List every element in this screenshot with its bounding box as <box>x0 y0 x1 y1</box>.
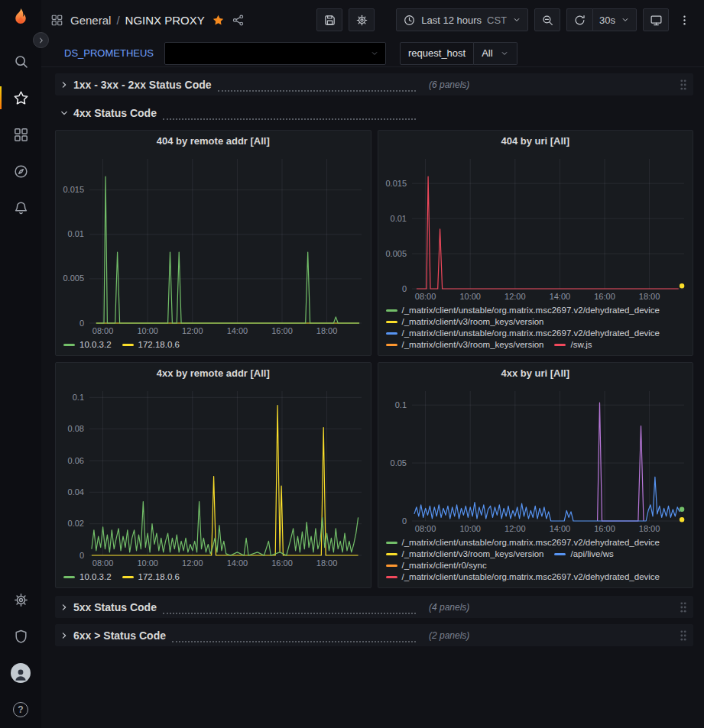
row-header-5xx[interactable]: 5xx Status Code (4 panels) <box>55 596 693 618</box>
svg-text:08:00: 08:00 <box>92 558 114 568</box>
refresh-button[interactable] <box>566 8 592 31</box>
svg-text:18:00: 18:00 <box>316 558 338 568</box>
row-header-4xx[interactable]: 4xx Status Code <box>55 102 693 124</box>
breadcrumb-section[interactable]: General <box>70 14 111 27</box>
series-color-swatch <box>386 332 397 335</box>
svg-text:18:00: 18:00 <box>638 292 660 301</box>
bell-icon <box>13 200 29 216</box>
svg-text:0.01: 0.01 <box>390 214 406 223</box>
dotted-leader <box>172 635 416 642</box>
row-header-1xx-3xx-2xx[interactable]: 1xx - 3xx - 2xx Status Code (6 panels) <box>55 73 693 95</box>
variable-select-ds-prometheus[interactable] <box>164 42 386 65</box>
legend-label: /_matrix/client/r0/sync <box>402 561 487 570</box>
share-icon[interactable] <box>232 14 245 27</box>
legend-label: /_matrix/client/unstable/org.matrix.msc2… <box>402 306 660 315</box>
svg-text:12:00: 12:00 <box>504 292 526 301</box>
dashboard-settings-button[interactable] <box>349 8 375 31</box>
sidebar-item-help[interactable]: ? <box>0 691 41 728</box>
tv-mode-button[interactable] <box>643 8 669 31</box>
legend-item[interactable]: /api/live/ws <box>554 549 613 558</box>
panels-grid: 404 by remote addr [All] 00.0050.010.015… <box>55 130 693 588</box>
sidebar-item-configuration[interactable] <box>0 581 41 618</box>
legend-item[interactable]: /_matrix/client/unstable/org.matrix.msc2… <box>386 538 660 547</box>
dotted-leader <box>163 112 416 120</box>
drag-handle-icon[interactable] <box>680 601 689 613</box>
svg-text:0: 0 <box>79 551 84 560</box>
chevron-down-icon <box>500 49 509 58</box>
sidebar-item-profile[interactable] <box>0 655 41 691</box>
legend-item[interactable]: 172.18.0.6 <box>122 340 180 349</box>
chart-canvas: 00.020.040.060.080.108:0010:0012:0014:00… <box>56 383 371 571</box>
sidebar-item-explore[interactable] <box>0 153 41 189</box>
dotted-leader <box>218 84 416 92</box>
time-series-chart[interactable]: 00.020.040.060.080.108:0010:0012:0014:00… <box>56 383 371 571</box>
chevron-right-icon <box>37 36 46 45</box>
avatar <box>11 663 31 683</box>
svg-text:0.015: 0.015 <box>385 179 407 188</box>
time-series-chart[interactable]: 00.050.108:0010:0012:0014:0016:0018:00 <box>378 383 693 536</box>
gear-icon <box>355 14 368 27</box>
save-dashboard-button[interactable] <box>316 8 342 31</box>
svg-text:0.02: 0.02 <box>68 519 84 528</box>
legend-item[interactable]: /_matrix/client/v3/room_keys/version <box>386 549 544 558</box>
panel-4xx-by-uri: 4xx by uri [All] 00.050.108:0010:0012:00… <box>378 362 694 588</box>
refresh-interval-dropdown[interactable]: 30s <box>592 8 637 31</box>
legend-label: 10.0.3.2 <box>79 340 112 349</box>
drag-handle-icon[interactable] <box>680 79 689 91</box>
drag-handle-icon[interactable] <box>680 629 689 642</box>
legend-item[interactable]: 10.0.3.2 <box>63 340 112 349</box>
legend-item[interactable]: /sw.js <box>554 340 592 349</box>
svg-text:0.01: 0.01 <box>68 229 84 238</box>
sidebar-item-server-admin[interactable] <box>0 618 41 655</box>
sidebar-item-dashboards[interactable] <box>0 116 41 153</box>
panel-404-by-remote-addr: 404 by remote addr [All] 00.0050.010.015… <box>55 130 371 356</box>
legend-label: /_matrix/client/v3/room_keys/version <box>402 317 544 326</box>
time-series-chart[interactable]: 00.0050.010.01508:0010:0012:0014:0016:00… <box>378 151 693 304</box>
time-series-chart[interactable]: 00.0050.010.01508:0010:0012:0014:0016:00… <box>56 151 371 338</box>
variable-label-request-host: request_host <box>400 42 474 65</box>
panel-title[interactable]: 4xx by uri [All] <box>378 363 693 383</box>
legend-item[interactable]: 10.0.3.2 <box>63 572 112 581</box>
panel-404-by-uri: 404 by uri [All] 00.0050.010.01508:0010:… <box>378 130 694 356</box>
grafana-flame-icon <box>9 7 32 30</box>
panel-title[interactable]: 4xx by remote addr [All] <box>56 363 371 383</box>
sidebar-item-alerting[interactable] <box>0 189 41 226</box>
sidebar-item-search[interactable] <box>0 43 41 79</box>
svg-text:10:00: 10:00 <box>459 292 481 301</box>
time-zone-label: CST <box>487 15 507 26</box>
panel-title[interactable]: 404 by remote addr [All] <box>56 131 371 151</box>
legend-item[interactable]: /_matrix/client/unstable/org.matrix.msc2… <box>386 306 660 315</box>
svg-text:16:00: 16:00 <box>594 292 615 301</box>
svg-text:12:00: 12:00 <box>182 558 203 568</box>
legend-item[interactable]: /_matrix/client/unstable/org.matrix.msc2… <box>386 328 660 338</box>
sidebar-expand-button[interactable] <box>33 32 49 48</box>
series-color-swatch <box>386 321 397 323</box>
variable-label-ds-prometheus[interactable]: DS_PROMETHEUS <box>57 42 161 65</box>
dashboard-apps-icon[interactable] <box>50 14 63 27</box>
legend-item[interactable]: /_matrix/client/unstable/org.matrix.msc2… <box>386 572 660 581</box>
clock-icon <box>403 14 416 27</box>
chart-canvas: 00.0050.010.01508:0010:0012:0014:0016:00… <box>56 151 371 338</box>
zoom-out-button[interactable] <box>534 8 560 31</box>
variable-select-request-host[interactable]: All <box>474 42 517 65</box>
legend-item[interactable]: /_matrix/client/r0/sync <box>386 561 487 570</box>
chart-legend: /_matrix/client/unstable/org.matrix.msc2… <box>378 304 693 355</box>
legend-item[interactable]: 172.18.0.6 <box>122 572 180 581</box>
svg-text:0: 0 <box>401 516 406 526</box>
sidebar-item-starred[interactable] <box>0 79 41 116</box>
series-color-swatch <box>554 553 566 555</box>
breadcrumb-title[interactable]: NGINX PROXY <box>125 14 205 27</box>
panel-title[interactable]: 404 by uri [All] <box>378 131 693 151</box>
time-range-picker[interactable]: Last 12 hours CST <box>396 8 528 31</box>
legend-item[interactable]: /_matrix/client/v3/room_keys/version <box>386 340 544 349</box>
svg-text:0.04: 0.04 <box>68 487 84 497</box>
legend-label: /_matrix/client/unstable/org.matrix.msc2… <box>402 538 660 547</box>
kebab-menu-button[interactable] <box>675 8 693 31</box>
grafana-logo[interactable] <box>9 7 32 32</box>
refresh-interval-label: 30s <box>599 15 615 26</box>
legend-item[interactable]: /_matrix/client/v3/room_keys/version <box>386 317 544 326</box>
row-header-6xx[interactable]: 6xx > Status Code (2 panels) <box>55 624 693 646</box>
svg-text:0.015: 0.015 <box>63 185 84 194</box>
svg-text:10:00: 10:00 <box>137 326 158 335</box>
favorite-star-icon[interactable] <box>212 14 225 27</box>
